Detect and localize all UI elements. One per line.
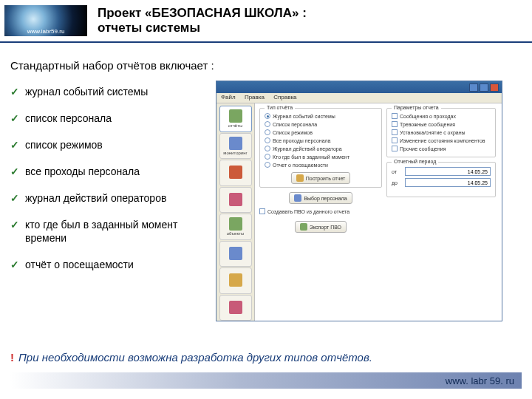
radio-option[interactable]: Все проходы персонала [265, 137, 377, 143]
export-icon [300, 223, 307, 231]
app-screenshot: Файл Правка Справка отчёты мониторинг об… [216, 81, 502, 321]
logo-image: www.labr59.ru [4, 5, 87, 36]
checkbox-icon [392, 113, 398, 119]
check-label: все проходы персонала [25, 165, 140, 178]
object-icon [229, 217, 242, 231]
menu-bar: Файл Правка Справка [216, 93, 502, 103]
cb-label: Сообщения о проходах [400, 114, 456, 119]
period-from-row: от 14.05.25 [392, 167, 491, 176]
check-label: журнал действий операторов [25, 191, 166, 205]
btn-label: Выбор персонала [304, 196, 347, 201]
check-label: кто где был в заданный момент времени [25, 218, 216, 245]
maximize-button[interactable] [480, 83, 488, 92]
radio-label: Список персонала [273, 122, 317, 127]
checkbox-icon [392, 129, 398, 135]
param-checkbox[interactable]: Изменение состояния компонентов [392, 137, 491, 143]
build-report-button[interactable]: Построить отчет [291, 172, 351, 184]
export-button[interactable]: Экспорт ПВО [295, 221, 347, 233]
check-label: журнал событий системы [25, 85, 148, 98]
radio-option[interactable]: Отчет о посещаемости [265, 162, 377, 168]
radio-label: Журнал действий оператора [273, 146, 342, 151]
intro-text: Стандартный набор отчётов включает : [10, 59, 532, 72]
check-label: список режимов [25, 138, 103, 151]
menu-item[interactable]: Файл [221, 94, 236, 100]
footer-url: www. labr 59. ru [446, 375, 514, 386]
check-icon: ✓ [10, 258, 19, 271]
param-checkbox[interactable]: Тревожные сообщения [392, 121, 491, 127]
check-item: ✓журнал действий операторов [10, 191, 216, 205]
check-item: ✓список персонала [10, 112, 216, 125]
check-icon: ✓ [10, 112, 19, 125]
period-panel: Отчетный период от 14.05.25 до 14.05.25 [386, 162, 496, 197]
title-line-2: отчеты системы [98, 21, 525, 35]
check-icon: ✓ [10, 85, 19, 98]
radio-icon [265, 162, 270, 168]
title-line-1: Проект «БЕЗОПАСНАЯ ШКОЛА» : [98, 6, 525, 21]
radio-icon [265, 154, 270, 160]
sidebar-label: объекты [227, 231, 244, 236]
radio-label: Журнал событий системы [273, 114, 335, 119]
sidebar-btn-reports[interactable]: отчёты [219, 106, 252, 132]
sidebar-btn-monitoring[interactable]: мониторинг [219, 133, 252, 160]
radio-icon [265, 121, 270, 127]
cb-label: Тревожные сообщения [400, 122, 455, 127]
from-label: от [392, 169, 402, 174]
radio-icon [265, 113, 270, 119]
from-value: 14.05.25 [468, 169, 488, 174]
footer-bar: www. labr 59. ru [10, 372, 522, 389]
window-controls [469, 83, 499, 92]
param-checkbox[interactable]: Прочие сообщения [392, 146, 491, 151]
exclamation-icon: ! [10, 351, 14, 364]
param-checkbox[interactable]: Сообщения о проходах [392, 113, 491, 119]
btn-label: Построить отчет [306, 176, 346, 181]
minimize-button[interactable] [469, 83, 478, 92]
tool-icon [229, 247, 242, 260]
cb-label: Создавать ПВО из данного отчета [267, 209, 349, 214]
select-personnel-button[interactable]: Выбор персонала [289, 192, 352, 204]
param-checkbox[interactable]: Установка/снятие с охраны [392, 129, 491, 135]
menu-item[interactable]: Правка [245, 94, 265, 100]
check-label: список персонала [25, 112, 112, 125]
tool-icon [229, 193, 242, 206]
footer-note-text: При необходимости возможна разработка др… [18, 351, 372, 364]
radio-option[interactable]: Журнал событий системы [265, 113, 377, 119]
radio-label: Все проходы персонала [273, 138, 331, 143]
to-value: 14.05.25 [468, 180, 488, 185]
pencil-icon [296, 174, 304, 182]
cb-label: Установка/снятие с охраны [400, 130, 466, 135]
from-date-input[interactable]: 14.05.25 [405, 167, 491, 176]
footer-note: !При необходимости возможна разработка д… [10, 351, 372, 364]
content-row: ✓журнал событий системы ✓список персонал… [0, 81, 532, 321]
menu-item[interactable]: Справка [273, 94, 296, 100]
sidebar-btn[interactable] [219, 241, 252, 267]
radio-option[interactable]: Список персонала [265, 121, 377, 127]
export-checkbox[interactable]: Создавать ПВО из данного отчета [259, 208, 382, 214]
radio-icon [265, 146, 270, 151]
period-to-row: до 14.05.25 [392, 178, 491, 187]
report-type-panel: Тип отчёта Журнал событий системы Список… [259, 108, 382, 188]
panel-title: Отчетный период [392, 159, 438, 164]
sidebar-btn-objects[interactable]: объекты [219, 214, 252, 240]
check-item: ✓список режимов [10, 138, 216, 151]
check-item: ✓журнал событий системы [10, 85, 216, 98]
panel-title: Параметры отчета [392, 105, 441, 110]
sidebar-label: отчёты [228, 123, 242, 128]
panel-title: Тип отчёта [265, 105, 295, 110]
cb-label: Изменение состояния компонентов [400, 138, 485, 143]
check-item: ✓кто где был в заданный момент времени [10, 218, 216, 245]
radio-label: Кто где был в заданный момент [273, 154, 349, 160]
sidebar-btn[interactable] [219, 160, 252, 186]
to-date-input[interactable]: 14.05.25 [405, 178, 491, 187]
btn-label: Экспорт ПВО [310, 225, 341, 230]
radio-option[interactable]: Список режимов [265, 129, 377, 135]
check-icon: ✓ [10, 138, 19, 151]
sidebar-btn[interactable] [219, 267, 252, 294]
report-icon [229, 109, 242, 123]
sidebar-btn[interactable] [219, 295, 252, 321]
sidebar-btn[interactable] [219, 187, 252, 214]
radio-option[interactable]: Журнал действий оператора [265, 146, 377, 151]
close-button[interactable] [490, 83, 499, 92]
tool-icon [229, 273, 242, 287]
radio-option[interactable]: Кто где был в заданный момент [265, 154, 377, 160]
page-header: www.labr59.ru Проект «БЕЗОПАСНАЯ ШКОЛА» … [0, 0, 532, 43]
